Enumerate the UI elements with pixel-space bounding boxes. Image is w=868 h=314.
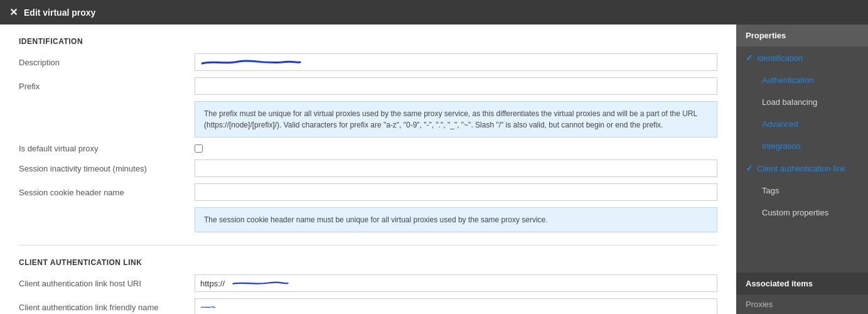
default-proxy-label: Is default virtual proxy bbox=[19, 144, 195, 153]
custom-props-item-label: Custom properties bbox=[762, 208, 828, 217]
session-cookie-input[interactable]: X-Qlik-Session bbox=[195, 183, 717, 201]
title-bar: ✕ Edit virtual proxy bbox=[0, 0, 868, 24]
sidebar-item-client-auth[interactable]: ✓ Client authentication link bbox=[736, 157, 868, 180]
host-uri-input-wrapper bbox=[195, 274, 717, 292]
host-uri-input[interactable] bbox=[195, 274, 717, 292]
prefix-input[interactable] bbox=[195, 77, 717, 95]
identification-header: IDENTIFICATION bbox=[19, 37, 717, 46]
associated-items-label: Associated items bbox=[736, 273, 868, 295]
lb-item-label: Load balancing bbox=[762, 97, 817, 107]
sidebar-sub-item-proxies[interactable]: Proxies bbox=[736, 295, 868, 314]
page-title: Edit virtual proxy bbox=[24, 8, 95, 18]
content-area: IDENTIFICATION Description Prefix The pr… bbox=[0, 24, 736, 314]
session-cookie-label: Session cookie header name bbox=[19, 188, 195, 197]
host-uri-row: Client authentication link host URI bbox=[19, 274, 717, 292]
authentication-item-label: Authentication bbox=[762, 75, 813, 85]
description-row: Description bbox=[19, 53, 717, 71]
client-auth-header: CLIENT AUTHENTICATION LINK bbox=[19, 258, 717, 267]
session-cookie-row: Session cookie header name X-Qlik-Sessio… bbox=[19, 183, 717, 201]
prefix-label: Prefix bbox=[19, 82, 195, 91]
description-label: Description bbox=[19, 58, 195, 67]
sidebar-item-integration[interactable]: Integration bbox=[736, 135, 868, 157]
description-input-wrapper bbox=[195, 53, 717, 71]
section-divider bbox=[19, 245, 717, 246]
identification-item-label: Identification bbox=[757, 53, 803, 63]
host-uri-label: Client authentication link host URI bbox=[19, 279, 195, 288]
prefix-info-box: The prefix must be unique for all virtua… bbox=[195, 101, 717, 138]
sidebar-item-tags[interactable]: Tags bbox=[736, 180, 868, 202]
client-auth-check-icon: ✓ bbox=[746, 163, 753, 173]
friendly-name-input-wrapper bbox=[195, 298, 717, 314]
session-timeout-input[interactable]: 30 bbox=[195, 160, 717, 177]
sidebar-item-load-balancing[interactable]: Load balancing bbox=[736, 91, 868, 113]
sidebar-item-advanced[interactable]: Advanced bbox=[736, 113, 868, 135]
integration-item-label: Integration bbox=[762, 141, 800, 151]
main-container: IDENTIFICATION Description Prefix The pr… bbox=[0, 24, 868, 314]
properties-label: Properties bbox=[736, 24, 868, 46]
session-timeout-row: Session inactivity timeout (minutes) 30 bbox=[19, 160, 717, 177]
advanced-item-label: Advanced bbox=[762, 119, 798, 129]
sidebar-item-identification[interactable]: ✓ Identification bbox=[736, 46, 868, 69]
edit-icon: ✕ bbox=[9, 6, 18, 18]
identification-check-icon: ✓ bbox=[746, 53, 753, 63]
client-auth-item-label: Client authentication link bbox=[757, 164, 845, 173]
default-proxy-row: Is default virtual proxy bbox=[19, 144, 717, 153]
sidebar-item-custom-props[interactable]: Custom properties bbox=[736, 202, 868, 224]
default-proxy-checkbox[interactable] bbox=[195, 144, 203, 153]
friendly-name-label: Client authentication link friendly name bbox=[19, 303, 195, 312]
proxies-label: Proxies bbox=[746, 300, 773, 309]
sidebar-item-authentication[interactable]: Authentication bbox=[736, 69, 868, 91]
sidebar: Properties ✓ Identification Authenticati… bbox=[736, 24, 868, 314]
prefix-row: Prefix bbox=[19, 77, 717, 95]
tags-item-label: Tags bbox=[762, 186, 779, 195]
friendly-name-row: Client authentication link friendly name bbox=[19, 298, 717, 314]
description-input[interactable] bbox=[195, 53, 717, 71]
friendly-name-input[interactable] bbox=[195, 298, 717, 314]
session-cookie-info-box: The session cookie header name must be u… bbox=[195, 207, 717, 232]
session-timeout-label: Session inactivity timeout (minutes) bbox=[19, 164, 195, 173]
